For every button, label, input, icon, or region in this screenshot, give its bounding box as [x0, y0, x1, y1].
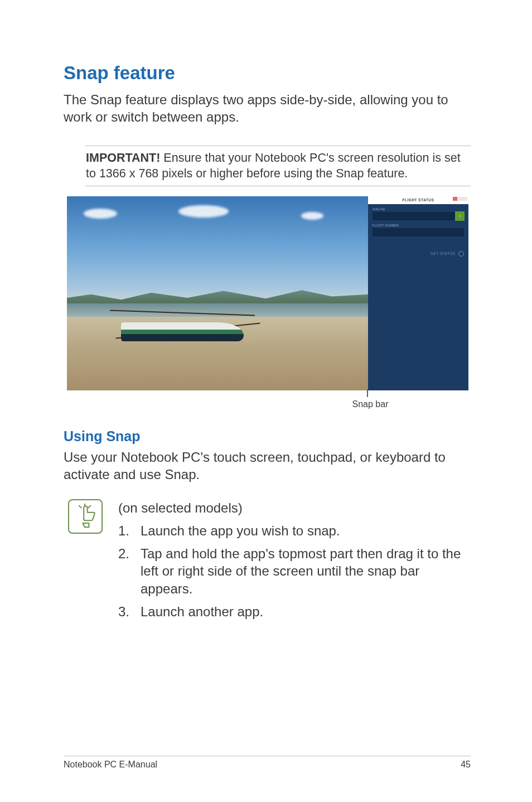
go-button: ›	[455, 211, 465, 221]
flight-number-field: FLIGHT NUMBER	[373, 224, 464, 236]
touch-icon	[68, 499, 103, 534]
step-number: 1.	[118, 522, 141, 539]
flight-number-input	[373, 228, 464, 236]
arrow-circle-icon	[458, 251, 464, 257]
step-item: 1. Launch the app you wish to snap.	[118, 522, 471, 539]
get-status-label: GET STATUS	[431, 252, 456, 255]
using-snap-intro: Use your Notebook PC's touch screen, tou…	[64, 449, 471, 483]
touch-instructions: (on selected models) 1. Launch the app y…	[68, 499, 471, 626]
get-status-button: GET STATUS	[373, 251, 464, 257]
important-note-text: IMPORTANT! Ensure that your Notebook PC'…	[86, 151, 470, 181]
boat	[121, 309, 255, 348]
page-footer: Notebook PC E-Manual 45	[64, 756, 471, 770]
step-text: Launch the app you wish to snap.	[141, 522, 471, 539]
airline-label: AIRLINE	[373, 207, 464, 211]
step-text: Launch another app.	[141, 603, 471, 620]
heading-using-snap: Using Snap	[64, 428, 471, 445]
outrigger-pole	[110, 310, 255, 316]
airline-input: ›	[373, 212, 464, 220]
heading-snap-feature: Snap feature	[64, 62, 471, 84]
airline-field: AIRLINE ›	[373, 207, 464, 220]
right-app-pane: FLIGHT STATUS AIRLINE › FLIGHT NUMBER GE…	[368, 196, 468, 390]
intro-paragraph: The Snap feature displays two apps side-…	[64, 91, 471, 125]
snap-screenshot: FLIGHT STATUS AIRLINE › FLIGHT NUMBER GE…	[67, 196, 468, 390]
important-label: IMPORTANT!	[86, 151, 160, 165]
snap-bar-caption: Snap bar	[331, 399, 409, 409]
instructions-content: (on selected models) 1. Launch the app y…	[118, 499, 471, 626]
step-number: 2.	[118, 545, 141, 597]
footer-title: Notebook PC E-Manual	[64, 760, 157, 770]
selected-models-note: (on selected models)	[118, 499, 471, 516]
flight-number-label: FLIGHT NUMBER	[373, 224, 464, 227]
step-item: 2. Tap and hold the app's topmost part t…	[118, 545, 471, 597]
steps-list: 1. Launch the app you wish to snap. 2. T…	[118, 522, 471, 620]
left-app-pane	[67, 196, 368, 390]
hand-tap-icon	[72, 504, 98, 529]
step-item: 3. Launch another app.	[118, 603, 471, 620]
important-note-box: IMPORTANT! Ensure that your Notebook PC'…	[85, 146, 471, 186]
step-number: 3.	[118, 603, 141, 620]
page-number: 45	[461, 760, 471, 770]
app-title-bar: FLIGHT STATUS	[368, 196, 468, 204]
snap-bar-indicator-line	[367, 389, 368, 397]
step-text: Tap and hold the app's topmost part then…	[141, 545, 471, 597]
boat-hull	[121, 322, 244, 341]
